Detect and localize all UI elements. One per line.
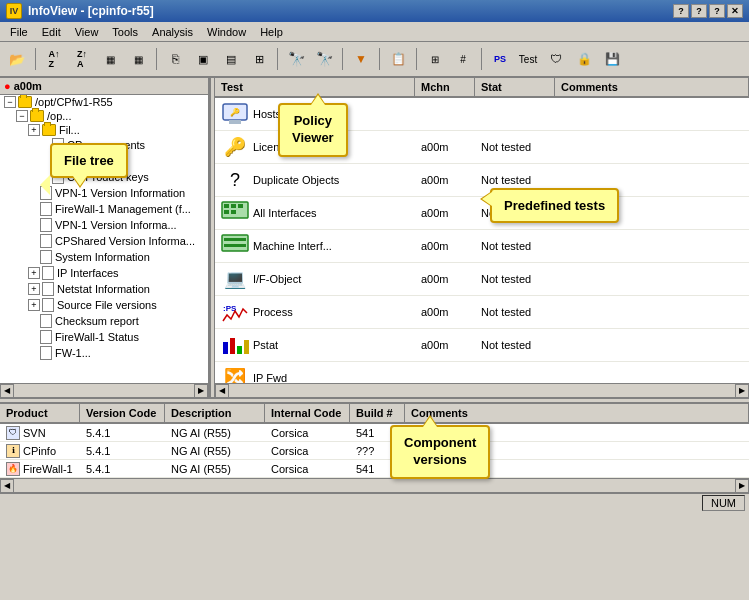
bottom-row-svn[interactable]: 🛡 SVN 5.4.1 NG AI (R55) Corsica 541 xyxy=(0,424,749,442)
tree-item-label: /opt/CPfw1-R55 xyxy=(35,96,113,108)
ps-button[interactable]: PS xyxy=(487,46,513,72)
menu-tools[interactable]: Tools xyxy=(106,24,144,40)
maximize-button[interactable]: ? xyxy=(709,4,725,18)
tree-item-opt[interactable]: − /op... xyxy=(0,109,208,123)
scroll-left-btn[interactable]: ◀ xyxy=(215,384,229,398)
menu-edit[interactable]: Edit xyxy=(36,24,67,40)
save-button[interactable]: 💾 xyxy=(599,46,625,72)
expander-icon[interactable]: − xyxy=(4,96,16,108)
tree-item-checksum[interactable]: Checksum report xyxy=(0,313,208,329)
file-icon xyxy=(40,346,52,360)
svg-rect-4 xyxy=(224,204,229,208)
scroll-right-btn[interactable]: ▶ xyxy=(194,384,208,398)
tree-item-label: /op... xyxy=(47,110,71,122)
menu-view[interactable]: View xyxy=(69,24,105,40)
tree-item-label: Checksum report xyxy=(55,315,139,327)
title-bar: IV InfoView - [cpinfo-r55] ? ? ? ✕ xyxy=(0,0,749,22)
tree-item-cpshared[interactable]: CPShared Version Informa... xyxy=(0,233,208,249)
test-row-pstat[interactable]: Pstat a00m Not tested xyxy=(215,329,749,362)
tree-item-fil[interactable]: + Fil... xyxy=(0,123,208,137)
test-cell-comments xyxy=(555,310,749,314)
bottom-table-content[interactable]: 🛡 SVN 5.4.1 NG AI (R55) Corsica 541 ℹ CP… xyxy=(0,424,749,478)
test-hscrollbar[interactable]: ◀ ▶ xyxy=(215,383,749,397)
restore-button[interactable]: ? xyxy=(691,4,707,18)
open-button[interactable]: 📂 xyxy=(4,46,30,72)
expander-icon[interactable]: + xyxy=(28,267,40,279)
bottom-cell-desc: NG AI (R55) xyxy=(165,462,265,476)
test-cell-mchn xyxy=(415,112,475,116)
svg-rect-9 xyxy=(222,235,248,251)
tree-item-srcvers[interactable]: + Source File versions xyxy=(0,297,208,313)
test-row-machineinterf[interactable]: Machine Interf... a00m Not tested xyxy=(215,230,749,263)
bottom-hscrollbar[interactable]: ◀ ▶ xyxy=(0,478,749,492)
cpinfo-icon: ℹ xyxy=(6,444,20,458)
expander-icon[interactable]: + xyxy=(28,124,40,136)
test-row-ifobject[interactable]: 💻 I/F-Object a00m Not tested xyxy=(215,263,749,296)
test-cell-mchn xyxy=(415,376,475,380)
tree-item-fw1-mgmt[interactable]: FireWall-1 Management (f... xyxy=(0,201,208,217)
tree-item-sysinfo[interactable]: System Information xyxy=(0,249,208,265)
scroll-left-btn[interactable]: ◀ xyxy=(0,479,14,493)
file-icon xyxy=(40,234,52,248)
expander-icon[interactable]: − xyxy=(16,110,28,122)
tree-item-fw1-status[interactable]: FireWall-1 Status xyxy=(0,329,208,345)
window3-button[interactable]: ⊞ xyxy=(246,46,272,72)
tree-item-fw1-misc[interactable]: FW-1... xyxy=(0,345,208,361)
grid-button[interactable]: ⊞ xyxy=(422,46,448,72)
test-name-label: Hosts xyxy=(253,108,281,120)
tree-content[interactable]: − /opt/CPfw1-R55 − /op... + Fil... CP co… xyxy=(0,95,208,383)
window2-button[interactable]: ▤ xyxy=(218,46,244,72)
shield1-button[interactable]: 🛡 xyxy=(543,46,569,72)
scroll-right-btn[interactable]: ▶ xyxy=(735,384,749,398)
expander-icon[interactable]: + xyxy=(28,299,40,311)
filter1-button[interactable]: ▦ xyxy=(97,46,123,72)
window1-button[interactable]: ▣ xyxy=(190,46,216,72)
firewall-icon: 🔥 xyxy=(6,462,20,476)
shield2-button[interactable]: 🔒 xyxy=(571,46,597,72)
test-row-process[interactable]: :PS Process a00m Not tested xyxy=(215,296,749,329)
menu-help[interactable]: Help xyxy=(254,24,289,40)
bottom-row-cpinfo[interactable]: ℹ CPinfo 5.4.1 NG AI (R55) Corsica ??? xyxy=(0,442,749,460)
numbers-button[interactable]: # xyxy=(450,46,476,72)
export-button[interactable]: 📋 xyxy=(385,46,411,72)
menu-analysis[interactable]: Analysis xyxy=(146,24,199,40)
tree-item-netstat[interactable]: + Netstat Information xyxy=(0,281,208,297)
scroll-track[interactable] xyxy=(14,384,194,397)
minimize-button[interactable]: ? xyxy=(673,4,689,18)
scroll-right-btn[interactable]: ▶ xyxy=(735,479,749,493)
copy-button[interactable]: ⎘ xyxy=(162,46,188,72)
menu-window[interactable]: Window xyxy=(201,24,252,40)
window-title: InfoView - [cpinfo-r55] xyxy=(28,4,154,18)
sort-az-button[interactable]: A↑Z xyxy=(41,46,67,72)
col-header-product: Product xyxy=(0,404,80,422)
expander-icon[interactable]: + xyxy=(28,283,40,295)
test-row-ipfwd[interactable]: 🔀 IP Fwd xyxy=(215,362,749,383)
scroll-left-btn[interactable]: ◀ xyxy=(0,384,14,398)
bottom-cell-version: 5.4.1 xyxy=(80,462,165,476)
binoculars2-button[interactable]: 🔭 xyxy=(311,46,337,72)
menu-file[interactable]: File xyxy=(4,24,34,40)
test-cell-comments xyxy=(555,112,749,116)
filter-button[interactable]: ▼ xyxy=(348,46,374,72)
tree-item-vpn1-info[interactable]: VPN-1 Version Informa... xyxy=(0,217,208,233)
svg-rect-11 xyxy=(224,244,246,247)
test-name-label: Duplicate Objects xyxy=(253,174,339,186)
test-button[interactable]: Test xyxy=(515,46,541,72)
test-cell-name: Machine Interf... xyxy=(215,230,415,262)
window-controls[interactable]: ? ? ? ✕ xyxy=(673,4,743,18)
filter2-button[interactable]: ▦ xyxy=(125,46,151,72)
scroll-track[interactable] xyxy=(14,479,735,492)
bottom-row-firewall[interactable]: 🔥 FireWall-1 5.4.1 NG AI (R55) Corsica 5… xyxy=(0,460,749,478)
sort-za-button[interactable]: Z↑A xyxy=(69,46,95,72)
binoculars-button[interactable]: 🔭 xyxy=(283,46,309,72)
close-button[interactable]: ✕ xyxy=(727,4,743,18)
tree-item-label: System Information xyxy=(55,251,150,263)
tree-item-label: Fil... xyxy=(59,124,80,136)
callout-predefined: Predefined tests xyxy=(490,188,619,223)
tree-item-ip-interfaces[interactable]: + IP Interfaces xyxy=(0,265,208,281)
svg-rect-5 xyxy=(231,204,236,208)
bottom-cell-internal: Corsica xyxy=(265,444,350,458)
tree-hscrollbar[interactable]: ◀ ▶ xyxy=(0,383,208,397)
tree-item-cpfw1[interactable]: − /opt/CPfw1-R55 xyxy=(0,95,208,109)
scroll-track[interactable] xyxy=(229,384,735,397)
